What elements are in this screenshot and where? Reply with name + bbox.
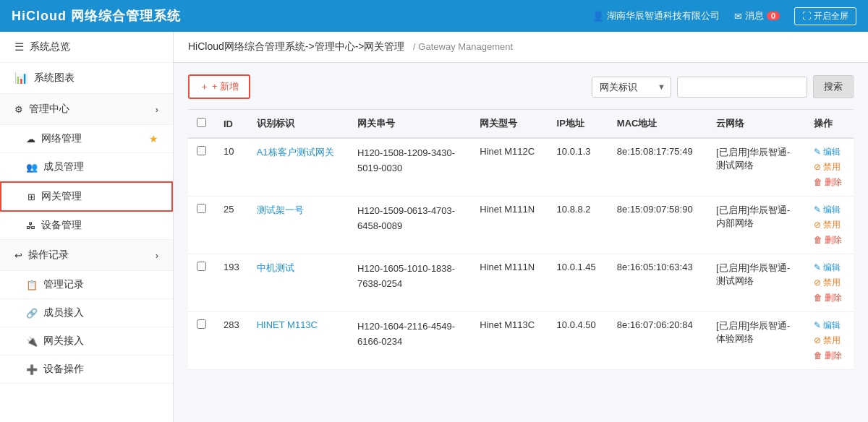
row-checkbox-cell	[188, 254, 215, 312]
sidebar-label-ops: 操作记录	[28, 249, 150, 262]
sidebar-item-device-mgmt[interactable]: 🖧 设备管理	[0, 212, 173, 240]
delete-button-2[interactable]: 🗑 删除	[814, 292, 845, 304]
gw-access-icon: 🔌	[26, 336, 38, 347]
table-row: 193 中机测试 H120-1605-1010-1838-7638-0254 H…	[188, 254, 854, 312]
row-cloud-net: [已启用]华辰智通-体验网络	[707, 312, 805, 370]
main-layout: ☰ 系统总览 📊 系统图表 ⚙ 管理中心 › ☁ 网络管理 ★ 👥 成员管理 ⊞…	[0, 32, 868, 422]
row-name-link[interactable]: 测试架一号	[257, 204, 304, 215]
sidebar-group-management[interactable]: ⚙ 管理中心 ›	[0, 94, 173, 125]
row-ip: 10.0.4.50	[548, 312, 608, 370]
sidebar-label-dashboard: 系统总览	[30, 40, 158, 53]
row-id: 283	[215, 312, 248, 370]
row-name: 中机测试	[248, 254, 349, 312]
row-serial: H120-1508-1209-3430-5019-0030	[349, 138, 471, 197]
table-header-row: ID 识别标识 网关串号 网关型号 IP地址 MAC地址 云网络 操作	[188, 110, 854, 139]
edit-button-1[interactable]: ✎ 编辑	[814, 204, 845, 216]
row-checkbox-0[interactable]	[197, 146, 206, 155]
row-mac: 8e:16:05:10:63:43	[608, 254, 707, 312]
content-area: HiCloud网络综合管理系统->管理中心->网关管理 / Gateway Ma…	[174, 32, 868, 422]
row-serial: H120-1604-2116-4549-6166-0234	[349, 312, 471, 370]
row-name-link[interactable]: 中机测试	[257, 262, 294, 273]
search-select[interactable]: 网关标识 网关串号 IP地址	[592, 77, 671, 98]
delete-button-0[interactable]: 🗑 删除	[814, 176, 845, 189]
th-serial: 网关串号	[349, 110, 471, 139]
search-area: 网关标识 网关串号 IP地址 ▼ 搜索	[592, 75, 854, 98]
content-body: ＋ + 新增 网关标识 网关串号 IP地址 ▼ 搜索	[174, 63, 868, 422]
row-checkbox-3[interactable]	[197, 319, 206, 329]
gateway-icon: ⊞	[27, 191, 35, 202]
add-label: + 新增	[212, 80, 239, 93]
action-buttons: ✎ 编辑 ⊘ 禁用 🗑 删除	[814, 204, 845, 246]
row-name: 测试架一号	[248, 197, 349, 254]
th-checkbox	[188, 110, 215, 139]
row-checkbox-1[interactable]	[197, 204, 206, 213]
th-mac: MAC地址	[608, 110, 707, 139]
sidebar-item-member-mgmt[interactable]: 👥 成员管理	[0, 153, 173, 181]
sidebar-item-network-mgmt[interactable]: ☁ 网络管理 ★	[0, 125, 173, 153]
member-access-icon: 🔗	[26, 308, 38, 319]
ops-icon: ↩	[14, 250, 22, 261]
th-cloud-net: 云网络	[707, 110, 805, 139]
members-icon: 👥	[26, 162, 38, 173]
row-serial: H120-1509-0613-4703-6458-0089	[349, 197, 471, 254]
search-button[interactable]: 搜索	[813, 75, 854, 98]
row-actions: ✎ 编辑 ⊘ 禁用 🗑 删除	[805, 197, 854, 254]
edit-button-2[interactable]: ✎ 编辑	[814, 262, 845, 274]
row-ip: 10.0.1.3	[548, 138, 608, 197]
sidebar-item-mgmt-log[interactable]: 📋 管理记录	[0, 271, 173, 299]
row-ip: 10.8.8.2	[548, 197, 608, 254]
sidebar-group-ops[interactable]: ↩ 操作记录 ›	[0, 240, 173, 271]
select-all-checkbox[interactable]	[197, 118, 206, 127]
dashboard-icon: ☰	[14, 40, 24, 53]
row-checkbox-2[interactable]	[197, 262, 206, 271]
header-right: 👤 湖南华辰智通科技有限公司 ✉ 消息 0 ⛶ 开启全屏	[592, 7, 856, 25]
sidebar-label-member-access: 成员接入	[43, 306, 158, 319]
action-buttons: ✎ 编辑 ⊘ 禁用 🗑 删除	[814, 319, 845, 362]
header: HiCloud 网络综合管理系统 👤 湖南华辰智通科技有限公司 ✉ 消息 0 ⛶…	[0, 0, 868, 32]
disable-button-1[interactable]: ⊘ 禁用	[814, 219, 845, 231]
sidebar-label-member-mgmt: 成员管理	[43, 160, 158, 173]
disable-button-2[interactable]: ⊘ 禁用	[814, 277, 845, 289]
sidebar-item-device-ops[interactable]: ➕ 设备操作	[0, 356, 173, 384]
fullscreen-button[interactable]: ⛶ 开启全屏	[794, 7, 856, 25]
search-input[interactable]	[677, 77, 807, 98]
disable-button-0[interactable]: ⊘ 禁用	[814, 161, 845, 173]
row-name-link[interactable]: HINET M113C	[257, 319, 318, 330]
sidebar-item-dashboard[interactable]: ☰ 系统总览	[0, 32, 173, 63]
sidebar-item-gateway-access[interactable]: 🔌 网关接入	[0, 327, 173, 356]
sidebar-label-charts: 系统图表	[34, 72, 158, 85]
company-info: 👤 湖南华辰智通科技有限公司	[592, 9, 720, 22]
device-ops-icon: ➕	[26, 364, 38, 375]
sidebar-item-member-access[interactable]: 🔗 成员接入	[0, 299, 173, 327]
breadcrumb: HiCloud网络综合管理系统->管理中心->网关管理 / Gateway Ma…	[174, 32, 868, 63]
table-row: 10 A1栋客户测试网关 H120-1508-1209-3430-5019-00…	[188, 138, 854, 197]
sidebar-item-charts[interactable]: 📊 系统图表	[0, 63, 173, 94]
row-name-link[interactable]: A1栋客户测试网关	[257, 147, 334, 158]
add-icon: ＋	[200, 80, 209, 93]
messages-label: 消息	[745, 9, 764, 22]
row-checkbox-cell	[188, 138, 215, 197]
delete-button-3[interactable]: 🗑 删除	[814, 350, 845, 362]
add-button[interactable]: ＋ + 新增	[188, 74, 250, 99]
company-name: 湖南华辰智通科技有限公司	[607, 9, 720, 22]
sidebar-label-device-mgmt: 设备管理	[41, 219, 158, 232]
edit-button-3[interactable]: ✎ 编辑	[814, 319, 845, 332]
delete-button-1[interactable]: 🗑 删除	[814, 234, 845, 246]
sidebar-label-device-ops: 设备操作	[43, 363, 158, 376]
sidebar-label-gateway-mgmt: 网关管理	[41, 190, 157, 203]
table-body: 10 A1栋客户测试网关 H120-1508-1209-3430-5019-00…	[188, 138, 854, 370]
mail-icon: ✉	[734, 11, 742, 22]
chevron-ops-icon: ›	[156, 250, 158, 261]
table-row: 283 HINET M113C H120-1604-2116-4549-6166…	[188, 312, 854, 370]
sidebar-item-gateway-mgmt[interactable]: ⊞ 网关管理	[0, 181, 173, 212]
edit-button-0[interactable]: ✎ 编辑	[814, 146, 845, 158]
search-label: 搜索	[824, 81, 843, 92]
breadcrumb-sub: / Gateway Management	[413, 41, 513, 52]
th-model: 网关型号	[471, 110, 548, 139]
row-name: HINET M113C	[248, 312, 349, 370]
disable-button-3[interactable]: ⊘ 禁用	[814, 335, 845, 347]
th-actions: 操作	[805, 110, 854, 139]
cloud-icon: ☁	[26, 134, 35, 145]
messages-area[interactable]: ✉ 消息 0	[734, 9, 780, 22]
breadcrumb-main: HiCloud网络综合管理系统->管理中心->网关管理	[188, 40, 404, 52]
